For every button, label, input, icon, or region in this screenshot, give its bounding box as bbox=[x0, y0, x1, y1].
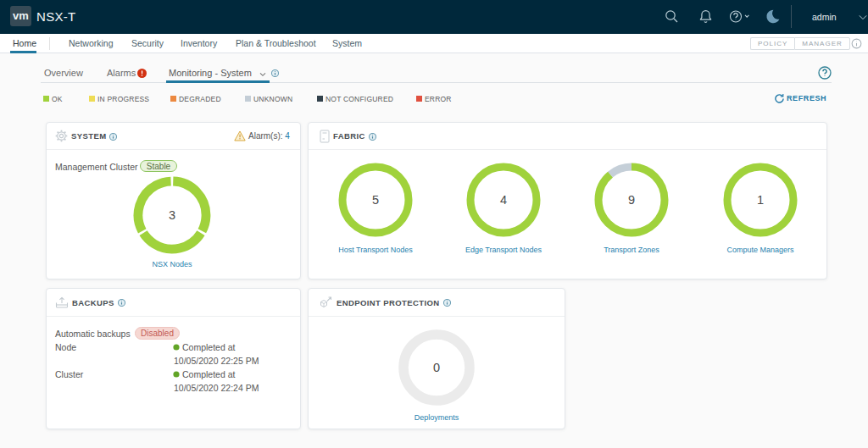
svg-text:5: 5 bbox=[372, 193, 379, 207]
svg-text:3: 3 bbox=[169, 208, 175, 222]
svg-text:1: 1 bbox=[757, 193, 764, 207]
svg-text:9: 9 bbox=[628, 193, 635, 207]
svg-text:0: 0 bbox=[433, 361, 440, 374]
svg-text:4: 4 bbox=[500, 193, 507, 207]
